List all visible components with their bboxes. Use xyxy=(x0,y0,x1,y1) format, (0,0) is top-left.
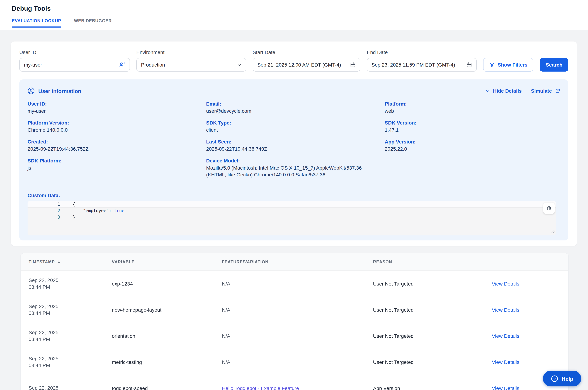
table-row: Sep 22, 202503:44 PM new-homepage-layout… xyxy=(21,297,568,323)
view-details-link[interactable]: View Details xyxy=(492,385,519,390)
end-date-value: Sep 23, 2025 11:59 PM EDT (GMT-4) xyxy=(372,62,455,68)
col-header-timestamp[interactable]: TIMESTAMP xyxy=(21,253,104,271)
help-button[interactable]: ? Help xyxy=(543,371,581,387)
start-date-value: Sep 21, 2025 12:00 AM EDT (GMT-4) xyxy=(257,62,341,68)
col-header-variable[interactable]: VARIABLE xyxy=(104,253,214,271)
info-block: App Version:2025.22.0 xyxy=(385,139,560,152)
custom-data-label: Custom Data: xyxy=(28,193,560,198)
table-row: Sep 22, 202503:44 PM orientation N/A Use… xyxy=(21,323,568,349)
start-date-field-group: Start Date Sep 21, 2025 12:00 AM EDT (GM… xyxy=(253,49,360,72)
timestamp-cell: Sep 22, 202503:44 PM xyxy=(21,349,104,375)
info-block: Created:2025-09-22T19:44:36.752Z xyxy=(28,139,203,152)
copy-button[interactable] xyxy=(543,202,555,214)
user-information-title: User Information xyxy=(38,88,81,94)
feature-cell: N/A xyxy=(214,297,365,323)
timestamp-cell: Sep 22, 2025 xyxy=(21,375,104,390)
start-date-label: Start Date xyxy=(253,49,360,55)
variable-cell: togglebot-speed xyxy=(104,375,214,390)
svg-text:?: ? xyxy=(553,377,556,381)
code-line-2: 2 "employee": true xyxy=(28,207,556,214)
view-details-link[interactable]: View Details xyxy=(492,333,519,339)
evaluation-lookup-card: User ID Environment Production xyxy=(11,42,577,246)
search-button-label: Search xyxy=(546,62,562,68)
copy-icon xyxy=(546,205,552,211)
evaluations-table-card: TIMESTAMP VARIABLE FEATURE/VARIATION REA… xyxy=(20,253,569,390)
table-row: Sep 22, 2025 togglebot-speed Hello Toggl… xyxy=(21,375,568,390)
chevron-down-icon xyxy=(485,88,490,93)
show-filters-button[interactable]: Show Filters xyxy=(483,58,534,72)
resize-handle[interactable] xyxy=(551,229,555,234)
info-block: Last Seen:2025-09-22T19:44:36.749Z xyxy=(206,139,382,152)
reason-cell: User Not Targeted xyxy=(365,297,484,323)
user-id-input[interactable] xyxy=(24,62,116,68)
debug-tools-page: Debug Tools EVALUATION LOOKUP WEB DEBUGG… xyxy=(0,0,588,390)
table-row: Sep 22, 202503:44 PM metric-testing N/A … xyxy=(21,349,568,375)
col-header-reason[interactable]: REASON xyxy=(365,253,484,271)
question-circle-icon: ? xyxy=(551,375,558,382)
timestamp-cell: Sep 22, 202503:44 PM xyxy=(21,297,104,323)
user-info-grid: User ID:my-user Platform Version:Chrome … xyxy=(28,101,560,178)
code-line-3: 3 } xyxy=(28,214,556,220)
custom-data-section: Custom Data: 1 { 2 "employee": true 3 } xyxy=(28,193,560,236)
hide-details-label: Hide Details xyxy=(493,88,522,94)
evaluations-table: TIMESTAMP VARIABLE FEATURE/VARIATION REA… xyxy=(21,253,568,390)
feature-cell: N/A xyxy=(214,323,365,349)
view-details-link[interactable]: View Details xyxy=(492,359,519,365)
info-block: Device Model:Mozilla/5.0 (Macintosh; Int… xyxy=(206,158,382,178)
calendar-icon xyxy=(466,62,472,68)
tab-bar: EVALUATION LOOKUP WEB DEBUGGER xyxy=(12,18,588,28)
environment-field-group: Environment Production xyxy=(136,49,246,72)
user-information-panel: User Information Hide Details Simulate xyxy=(19,79,568,241)
page-header: Debug Tools EVALUATION LOOKUP WEB DEBUGG… xyxy=(0,0,588,30)
calendar-icon xyxy=(350,62,356,68)
feature-link[interactable]: Hello Togglebot - Example Feature xyxy=(222,385,299,390)
info-block: SDK Version:1.47.1 xyxy=(385,120,560,134)
filter-funnel-icon xyxy=(489,62,495,68)
user-information-actions: Hide Details Simulate xyxy=(485,88,560,94)
info-block: SDK Platform:js xyxy=(28,158,203,171)
col-header-actions xyxy=(484,253,568,271)
info-block: Email:user@devcycle.com xyxy=(206,101,382,114)
environment-label: Environment xyxy=(136,49,246,55)
filter-form: User ID Environment Production xyxy=(19,49,568,72)
variable-cell: metric-testing xyxy=(104,349,214,375)
hide-details-link[interactable]: Hide Details xyxy=(485,88,522,94)
end-date-input[interactable]: Sep 23, 2025 11:59 PM EDT (GMT-4) xyxy=(367,58,477,72)
environment-value: Production xyxy=(141,62,165,68)
simulate-label: Simulate xyxy=(531,88,552,94)
info-block: SDK Type:client xyxy=(206,120,382,134)
timestamp-cell: Sep 22, 202503:44 PM xyxy=(21,323,104,349)
environment-select[interactable]: Production xyxy=(136,58,246,72)
variable-cell: new-homepage-layout xyxy=(104,297,214,323)
show-filters-label: Show Filters xyxy=(498,62,527,68)
search-button[interactable]: Search xyxy=(540,58,568,72)
user-information-header: User Information Hide Details Simulate xyxy=(28,87,560,95)
help-label: Help xyxy=(562,376,573,382)
start-date-input[interactable]: Sep 21, 2025 12:00 AM EDT (GMT-4) xyxy=(253,58,360,72)
col-header-feature-variation[interactable]: FEATURE/VARIATION xyxy=(214,253,365,271)
simulate-link[interactable]: Simulate xyxy=(531,88,560,94)
feature-cell: N/A xyxy=(214,349,365,375)
custom-data-editor[interactable]: 1 { 2 "employee": true 3 } xyxy=(28,201,556,236)
reason-cell: User Not Targeted xyxy=(365,271,484,297)
table-header-row: TIMESTAMP VARIABLE FEATURE/VARIATION REA… xyxy=(21,253,568,271)
tab-web-debugger[interactable]: WEB DEBUGGER xyxy=(74,18,112,28)
info-block: User ID:my-user xyxy=(28,101,203,114)
view-details-link[interactable]: View Details xyxy=(492,307,519,313)
user-id-label: User ID xyxy=(19,49,130,55)
user-id-input-wrap xyxy=(19,58,130,72)
reason-cell: App Version xyxy=(365,375,484,390)
code-line-1: 1 { xyxy=(28,201,556,207)
variable-cell: exp-1234 xyxy=(104,271,214,297)
user-info-column-1: User ID:my-user Platform Version:Chrome … xyxy=(28,101,203,178)
user-id-field-group: User ID xyxy=(19,49,130,72)
user-circle-icon xyxy=(28,87,35,95)
view-details-link[interactable]: View Details xyxy=(492,281,519,287)
feature-cell: N/A xyxy=(214,271,365,297)
user-add-icon[interactable] xyxy=(119,61,125,68)
end-date-field-group: End Date Sep 23, 2025 11:59 PM EDT (GMT-… xyxy=(367,49,477,72)
chevron-down-icon xyxy=(237,62,242,67)
info-block: Platform Version:Chrome 140.0.0.0 xyxy=(28,120,203,134)
sort-descending-icon xyxy=(56,260,61,264)
tab-evaluation-lookup[interactable]: EVALUATION LOOKUP xyxy=(12,18,61,28)
